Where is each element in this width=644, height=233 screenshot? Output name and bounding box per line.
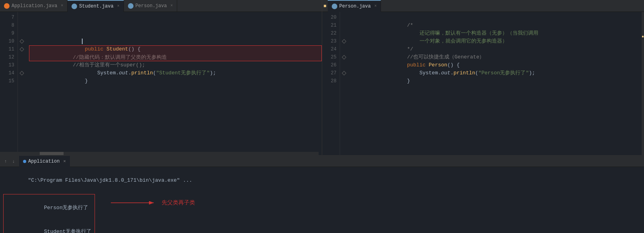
- right-gutter: [340, 12, 348, 155]
- bottom-tab-close[interactable]: ×: [63, 159, 66, 164]
- tab-person-left[interactable]: Person.java ×: [124, 0, 177, 12]
- console-command-text: "C:\Program Files\Java\jdk1.8.0_171\bin\…: [28, 177, 192, 183]
- tab-person-right[interactable]: Person.java ×: [328, 0, 381, 12]
- console-output-box: Person无参执行了 Student无参执行了: [3, 194, 95, 233]
- student-icon: [72, 4, 77, 9]
- right-tab-bar: Person.java ×: [322, 0, 644, 12]
- annotation-text: 先父类再子类: [162, 199, 195, 206]
- right-code-line-22: 一个对象，就会调用它的无参构造器）: [351, 29, 644, 37]
- code-line-9: [29, 29, 322, 37]
- bottom-panel: ↑ ↓ Application × "C:\Program Files\Java…: [0, 155, 644, 233]
- right-code-line-23: */: [351, 37, 644, 45]
- tab-person-right-close[interactable]: ×: [374, 4, 377, 8]
- person-left-icon: [128, 3, 133, 9]
- left-tab-bar: Application.java × Student.java × Person…: [0, 0, 322, 12]
- right-code-line-28: [351, 77, 644, 85]
- tab-person-left-close[interactable]: ×: [170, 4, 173, 8]
- bookmark-marker: [324, 5, 326, 7]
- tab-student[interactable]: Student.java ×: [68, 0, 124, 12]
- left-gutter: [18, 12, 26, 155]
- tab-application-label: Application.java: [12, 3, 57, 9]
- up-icon[interactable]: ↑: [2, 158, 9, 165]
- person-right-icon: [332, 4, 337, 9]
- code-line-11: //隐藏代码：默认调用了父类的无参构造: [29, 45, 322, 53]
- console-output-line1: Person无参执行了: [7, 196, 91, 220]
- left-editor: Application.java × Student.java × Person…: [0, 0, 322, 155]
- right-code-lines: /* 还记得嘛，默认有一个构造器（无参）（当我们调用 一个对象，就会调用它的无参…: [348, 12, 644, 155]
- bottom-tab-label: Application: [28, 159, 60, 164]
- bottom-toolbar: ↑ ↓: [0, 158, 19, 165]
- app-icon: [4, 3, 10, 9]
- left-code-lines: public Student() { //隐藏代码：默认调用了父类的无参构造 /…: [26, 12, 322, 155]
- tab-application[interactable]: Application.java ×: [0, 0, 68, 12]
- right-code-line-25: public Person() {: [351, 53, 644, 61]
- right-code-area: 20 21 22 23 24 25 26 27 28: [322, 12, 644, 155]
- editors-columns: Application.java × Student.java × Person…: [0, 0, 644, 155]
- arrow-annotation: 先父类再子类: [111, 198, 195, 208]
- tab-person-left-label: Person.java: [135, 3, 167, 9]
- tab-application-close[interactable]: ×: [61, 4, 63, 8]
- right-code-line-24: //也可以快捷生成（Generate）: [351, 45, 644, 53]
- console-output-area: Person无参执行了 Student无参执行了: [3, 194, 641, 233]
- code-line-12: //相当于这里有一个super();: [29, 53, 322, 61]
- left-code-area: 7 8 9 10 11 12 13 14 15: [0, 12, 322, 155]
- tab-student-label: Student.java: [79, 4, 113, 9]
- right-code-line-26: System.out.println("Person无参执行了");: [351, 61, 644, 69]
- left-h-scrollbar[interactable]: [0, 152, 319, 155]
- ide-window: Application.java × Student.java × Person…: [0, 0, 644, 233]
- code-line-14: }: [29, 69, 322, 77]
- console-output-line2: Student无参执行了: [7, 220, 91, 233]
- tab-student-close[interactable]: ×: [117, 4, 120, 8]
- run-indicator: [23, 160, 26, 163]
- tab-person-right-label: Person.java: [339, 4, 371, 9]
- right-line-numbers: 20 21 22 23 24 25 26 27 28: [322, 12, 340, 155]
- bottom-tab-bar: ↑ ↓ Application ×: [0, 156, 644, 167]
- code-line-10: public Student() {: [29, 37, 322, 45]
- console-content: "C:\Program Files\Java\jdk1.8.0_171\bin\…: [0, 167, 644, 233]
- right-code-line-20: /*: [351, 14, 644, 21]
- code-line-15: [29, 77, 322, 85]
- code-line-8: [29, 21, 322, 29]
- console-command-line: "C:\Program Files\Java\jdk1.8.0_171\bin\…: [3, 169, 641, 192]
- right-code-line-21: 还记得嘛，默认有一个构造器（无参）（当我们调用: [351, 21, 644, 29]
- editors-row: Application.java × Student.java × Person…: [0, 0, 644, 155]
- right-editor: Person.java × 20 21 22 23 24 25 26 27: [322, 0, 644, 155]
- code-line-7: [29, 14, 322, 21]
- down-icon[interactable]: ↓: [10, 158, 17, 165]
- right-code-line-27: }: [351, 69, 644, 77]
- left-scrollbar-thumb: [40, 152, 64, 155]
- bottom-tab-application[interactable]: Application ×: [19, 156, 70, 167]
- annotation-arrow: [111, 198, 159, 208]
- code-line-13: System.out.println("Student无参执行了");: [29, 61, 322, 69]
- left-line-numbers: 7 8 9 10 11 12 13 14 15: [0, 12, 18, 155]
